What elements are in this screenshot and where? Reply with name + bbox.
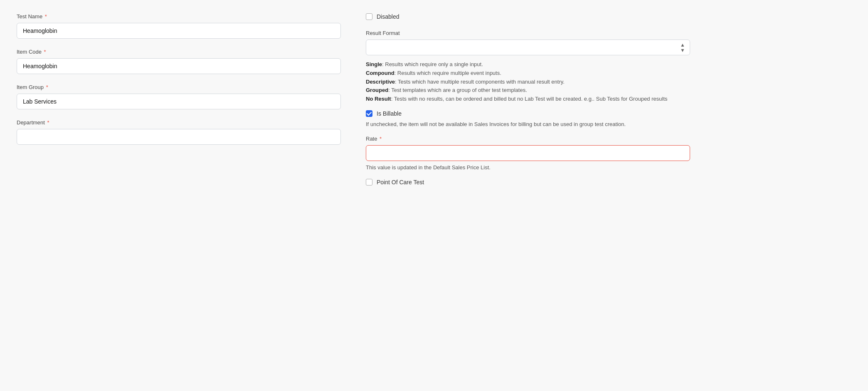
rate-required: * <box>378 136 382 142</box>
descriptive-format-desc: : Tests which have multiple result compo… <box>395 79 565 85</box>
rate-section: Rate * This value is updated in the Defa… <box>366 136 690 171</box>
item-code-input[interactable] <box>17 58 341 74</box>
item-group-label: Item Group * <box>17 84 341 90</box>
test-name-group: Test Name * <box>17 13 341 39</box>
rate-note: This value is updated in the Default Sal… <box>366 164 690 171</box>
is-billable-checkbox[interactable] <box>366 110 372 117</box>
item-group-group: Item Group * <box>17 84 341 109</box>
point-of-care-checkbox[interactable] <box>366 179 372 186</box>
page-container: Test Name * Item Code * Item Group * Dep… <box>0 0 868 391</box>
right-column: Disabled Result Format Single Compound D… <box>366 13 690 378</box>
result-format-select[interactable]: Single Compound Descriptive Grouped No R… <box>366 40 690 55</box>
is-billable-row: Is Billable <box>366 110 690 117</box>
single-format-label: Single <box>366 61 382 67</box>
disabled-checkbox[interactable] <box>366 13 372 20</box>
item-group-input[interactable] <box>17 94 341 109</box>
result-format-wrapper: Single Compound Descriptive Grouped No R… <box>366 40 690 55</box>
test-name-label: Test Name * <box>17 13 341 20</box>
item-code-label: Item Code * <box>17 49 341 55</box>
compound-format-desc: : Results which require multiple event i… <box>395 70 501 76</box>
descriptive-format-label: Descriptive <box>366 79 395 85</box>
result-format-label: Result Format <box>366 30 690 36</box>
billable-description: If unchecked, the item will not be avail… <box>366 120 690 129</box>
point-of-care-row: Point Of Care Test <box>366 179 690 186</box>
item-code-required: * <box>42 49 46 55</box>
rate-input[interactable] <box>366 145 690 161</box>
no-result-format-desc: : Tests with no results, can be ordered … <box>391 96 668 102</box>
billable-section: Is Billable If unchecked, the item will … <box>366 110 690 129</box>
department-required: * <box>46 119 49 126</box>
rate-label: Rate * <box>366 136 690 142</box>
test-name-required: * <box>43 13 47 20</box>
no-result-format-label: No Result <box>366 96 391 102</box>
format-description-block: Single: Results which require only a sin… <box>366 60 690 104</box>
point-of-care-label: Point Of Care Test <box>377 179 424 186</box>
grouped-format-label: Grouped <box>366 87 388 93</box>
disabled-row: Disabled <box>366 13 690 20</box>
department-label: Department * <box>17 119 341 126</box>
compound-format-label: Compound <box>366 70 395 76</box>
item-group-required: * <box>44 84 48 90</box>
item-code-group: Item Code * <box>17 49 341 74</box>
test-name-input[interactable] <box>17 23 341 39</box>
left-column: Test Name * Item Code * Item Group * Dep… <box>17 13 341 378</box>
result-format-section: Result Format Single Compound Descriptiv… <box>366 30 690 104</box>
is-billable-label: Is Billable <box>377 110 402 117</box>
disabled-label: Disabled <box>377 13 399 20</box>
department-group: Department * <box>17 119 341 145</box>
grouped-format-desc: : Test templates which are a group of ot… <box>388 87 527 93</box>
department-input[interactable] <box>17 129 341 145</box>
single-format-desc: : Results which require only a single in… <box>382 61 483 67</box>
